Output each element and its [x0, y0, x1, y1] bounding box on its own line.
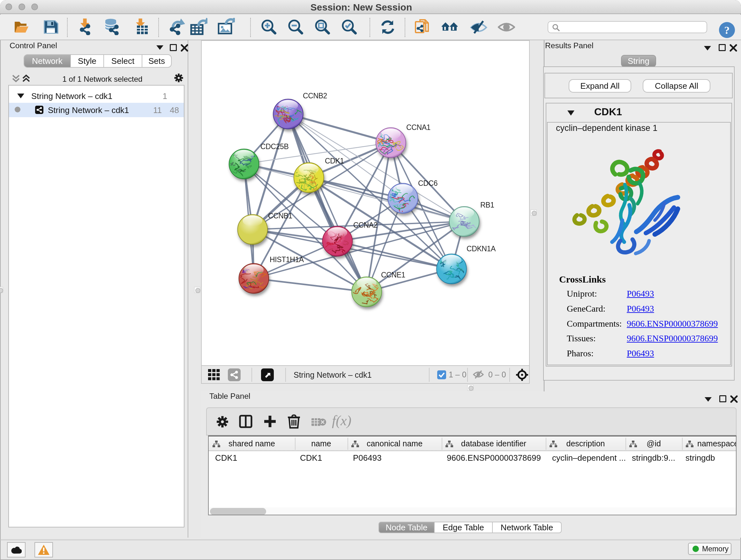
- svg-text:?: ?: [724, 24, 730, 36]
